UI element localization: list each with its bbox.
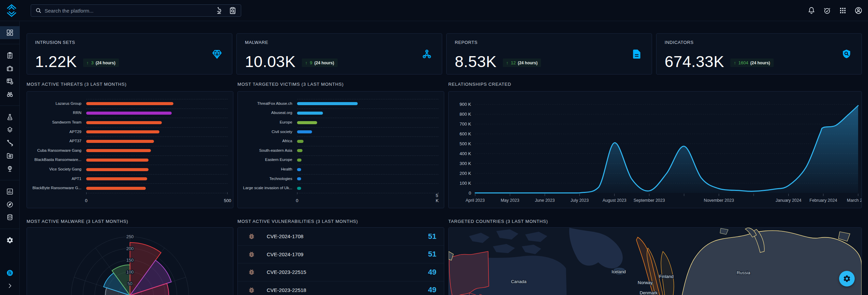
account-icon[interactable] (854, 6, 863, 15)
y-axis-label: 100 K (460, 181, 471, 186)
alarm-check-icon[interactable] (823, 6, 831, 15)
bar-africa[interactable] (297, 140, 304, 143)
search-input[interactable] (45, 8, 210, 14)
top-bar (0, 0, 868, 21)
stat-card-indicators[interactable]: INDICATORS674.33K↑ 1604(24 hours) (656, 33, 862, 75)
sidebar-item-layers[interactable] (0, 124, 20, 136)
sidebar-item-database[interactable] (0, 211, 20, 224)
stat-card-malware[interactable]: MALWARE10.03K↑ 9(24 hours) (236, 33, 442, 75)
bar-lazarus-group[interactable] (86, 102, 173, 105)
x-axis-label: July 2023 (571, 198, 589, 203)
bar-large-scale-invasion-of-uk-[interactable] (297, 187, 301, 190)
bar-vice-society-gang[interactable] (86, 168, 149, 171)
gridline (86, 165, 228, 165)
bar-sandworm-team[interactable] (86, 121, 162, 124)
bar-blackbasta-ransomware-[interactable] (86, 159, 149, 162)
y-axis-label: 400 K (460, 151, 471, 156)
stat-period: (24 hours) (96, 61, 115, 65)
relationships-area-chart: 0100 K200 K300 K400 K500 K600 K700 K800 … (449, 92, 862, 208)
sidebar-item-folder-table[interactable] (0, 149, 20, 162)
sidebar-item-globe[interactable] (0, 162, 20, 175)
sidebar-item-binoculars[interactable] (0, 88, 20, 101)
apps-grid-icon[interactable] (839, 6, 847, 15)
bar-category-label: Health (238, 167, 292, 171)
sidebar-item-dashboard[interactable] (0, 26, 20, 39)
sidebar-item-chevron-right[interactable] (0, 279, 20, 292)
y-axis-label: 200 K (460, 171, 471, 176)
bar-civil-society[interactable] (297, 130, 312, 133)
bar-category-label: Africa (238, 139, 292, 143)
bar-apt1[interactable] (86, 177, 147, 180)
x-axis-label: May 2023 (501, 198, 520, 203)
x-axis-label: September 2023 (634, 198, 665, 203)
map-label-norway: Norway (638, 280, 653, 285)
bar-category-label: South-eastern Asia (238, 148, 292, 152)
sidebar-item-flask[interactable] (0, 111, 20, 124)
sidebar-divider (0, 180, 19, 180)
briefcase-icon (6, 65, 14, 72)
radial-axis-label: 50 (127, 281, 132, 286)
x-axis-label-max: 500 (224, 198, 231, 203)
vulnerability-row[interactable]: CVE-2023-2251849 (238, 281, 444, 295)
bug-icon (248, 251, 255, 258)
bug-icon (248, 233, 255, 240)
x-axis-label: November 2023 (704, 198, 734, 203)
bar-apt37[interactable] (86, 140, 154, 143)
left-navigation-sidebar (0, 21, 20, 295)
bar-abuseat-org[interactable] (297, 112, 323, 115)
bar-technologies[interactable] (297, 177, 301, 180)
chevron-right-icon (6, 282, 14, 290)
bar-cuba-ransomware-gang[interactable] (86, 149, 151, 152)
sidebar-item-bar-chart[interactable] (0, 185, 20, 198)
stat-delta: ↑ 9 (305, 60, 312, 65)
cve-name: CVE-2024-1708 (267, 233, 304, 239)
relationships-area-chart-panel: 0100 K200 K300 K400 K500 K600 K700 K800 … (448, 91, 862, 208)
victims-panel-title: MOST TARGETED VICTIMS (3 LAST MONTHS) (237, 82, 444, 87)
vulnerability-row[interactable]: CVE-2024-170851 (238, 228, 444, 246)
threats-panel-title: MOST ACTIVE THREATS (3 LAST MONTHS) (27, 82, 233, 87)
table-clock-icon (6, 78, 14, 85)
sidebar-item-briefcase[interactable] (0, 62, 20, 75)
bar-health[interactable] (297, 168, 301, 171)
clipboard-search-icon[interactable] (229, 6, 237, 15)
sidebar-item-table-clock[interactable] (0, 75, 20, 88)
bar-category-label: Abuseat.org (238, 111, 292, 115)
map-settings-fab[interactable] (839, 271, 855, 286)
bar-apt29[interactable] (86, 130, 159, 133)
gridline (86, 109, 228, 109)
sidebar-item-compass[interactable] (0, 198, 20, 211)
sidebar-item-filigran[interactable] (0, 266, 20, 279)
malware-polar-chart-panel: 50100150200250 (27, 227, 233, 295)
notifications-bell-icon[interactable] (807, 6, 816, 15)
relationships-panel-title: RELATIONSHIPS CREATED (448, 82, 862, 87)
gridline (86, 118, 228, 118)
bar-threatfox-abuse-ch[interactable] (297, 102, 358, 105)
sidebar-item-gear[interactable] (0, 234, 20, 247)
sidebar-item-tools[interactable] (0, 136, 20, 149)
bar-blackbyte-ransomware-g-[interactable] (86, 187, 146, 190)
stat-card-intrusion-sets[interactable]: INTRUSION SETS1.22K↑ 3(24 hours) (27, 33, 232, 75)
bar-category-label: APT1 (27, 177, 81, 181)
gridline (297, 155, 438, 156)
bar-category-label: Cuba Ransomware Gang (27, 148, 81, 152)
stat-card-reports[interactable]: REPORTS8.53K↑ 12(24 hours) (446, 33, 652, 75)
microscope-icon[interactable] (215, 6, 223, 15)
sidebar-item-clipboard[interactable] (0, 49, 20, 62)
bar-category-label: Technologies (238, 177, 292, 181)
bar-eastern-europe[interactable] (297, 159, 301, 162)
stat-card-label: REPORTS (455, 40, 478, 45)
opencti-logo-icon[interactable] (4, 3, 19, 18)
stat-delta: ↑ 3 (87, 60, 94, 65)
bar-europe[interactable] (297, 121, 317, 124)
radial-axis-label: 200 (126, 246, 134, 251)
vulnerability-row[interactable]: CVE-2024-170951 (238, 246, 444, 264)
vulnerability-row[interactable]: CVE-2023-2251549 (238, 263, 444, 281)
gridline (297, 127, 438, 128)
gear-icon (6, 236, 14, 244)
bug-icon (248, 268, 255, 276)
sidebar-bottom (0, 266, 19, 295)
bar-south-eastern-asia[interactable] (297, 149, 303, 152)
x-axis-label: February 2024 (809, 198, 837, 203)
bar-rrn[interactable] (86, 112, 172, 115)
victims-bar-chart-panel: ThreatFox Abuse.chAbuseat.orgEuropeCivil… (237, 91, 444, 208)
